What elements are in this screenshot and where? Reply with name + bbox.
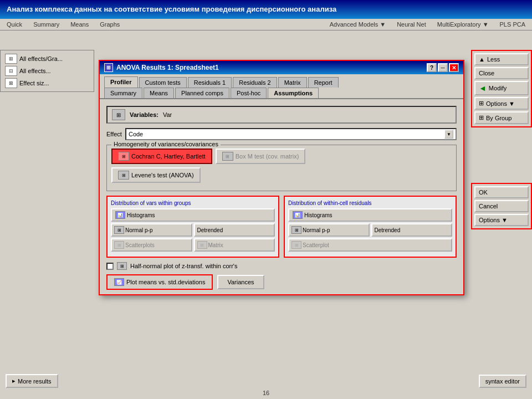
help-button[interactable]: ? xyxy=(427,63,437,72)
modify-button[interactable]: ◄ Modify xyxy=(474,81,529,95)
plot-means-button[interactable]: 📈 Plot means vs. std.deviations xyxy=(106,274,213,290)
menu-graphs[interactable]: Graphs xyxy=(95,20,124,29)
left-label-3: Effect siz... xyxy=(19,80,49,86)
tab2-means[interactable]: Means xyxy=(144,88,174,98)
ok-button-2[interactable]: OK xyxy=(474,186,529,198)
variables-label: Variables: xyxy=(130,111,158,118)
cochran-label: Cochran C, Hartley, Bartlett xyxy=(131,153,206,160)
advanced-models-menu[interactable]: Advanced Models ▼ xyxy=(325,20,390,29)
dialog-title-left: ⊞ ANOVA Results 1: Spreadsheet1 xyxy=(104,63,219,72)
titlebar-buttons: ? ─ ✕ xyxy=(427,63,459,72)
scatterplots-button[interactable]: ⊞ Scatterplots xyxy=(111,238,192,252)
detrended-right-label: Detrended xyxy=(375,227,401,233)
variances-button[interactable]: Variances xyxy=(217,275,264,289)
hist-left-icon: 📊 xyxy=(115,211,125,219)
tab-profiler[interactable]: Profiler xyxy=(104,76,138,88)
tab-report-label: Report xyxy=(314,79,332,86)
neural-net-menu[interactable]: Neural Net xyxy=(392,20,431,29)
less-label: Less xyxy=(487,56,500,63)
cochran-button[interactable]: ⊞ Cochran C, Hartley, Bartlett xyxy=(111,149,212,164)
tab-residuals-1-label: Residuals 1 xyxy=(194,79,226,86)
multi-exploratory-menu[interactable]: MultiExploratory ▼ xyxy=(433,20,493,29)
options-button-2[interactable]: Options ▼ xyxy=(474,214,529,226)
tab-report[interactable]: Report xyxy=(308,77,339,88)
menu-means[interactable]: Means xyxy=(66,20,93,29)
left-icon-2: ⊟ xyxy=(5,66,17,76)
normal-pp-right-button[interactable]: ⊞ Normal p-p xyxy=(288,223,370,237)
scatterplots-label: Scatterplots xyxy=(125,242,155,248)
detrended-left-label: Detrended xyxy=(197,227,223,233)
more-results-button[interactable]: ▸ More results xyxy=(6,374,58,388)
scatterplot-right-button[interactable]: ⊞ Scatterplot xyxy=(288,238,452,252)
by-group-button[interactable]: ⊞ By Group xyxy=(474,111,529,124)
menu-summary[interactable]: Summary xyxy=(29,20,64,29)
dialog-content: ⊞ Variables: Var Effect Code ▼ Homogenei… xyxy=(100,101,463,294)
normal-pp-right-label: Normal p-p xyxy=(303,227,330,233)
tab-custom-tests[interactable]: Custom tests xyxy=(139,77,187,88)
left-icon-1: ⊞ xyxy=(5,54,17,64)
syntax-editor-button[interactable]: syntax editor xyxy=(479,375,526,388)
page-number: 16 xyxy=(263,390,269,396)
minimize-button[interactable]: ─ xyxy=(438,63,448,72)
detrended-left-button[interactable]: Detrended xyxy=(194,223,275,237)
half-normal-row: ⊞ Half-normal plot of z-transf. within c… xyxy=(106,262,457,270)
cancel-button-2[interactable]: Cancel xyxy=(474,200,529,212)
normal-pp-left-button[interactable]: ⊞ Normal p-p xyxy=(111,223,192,237)
dropdown-arrow-icon[interactable]: ▼ xyxy=(444,130,453,139)
boxm-button[interactable]: ⊞ Box M test (cov. matrix) xyxy=(216,149,306,164)
levene-button[interactable]: ⊞ Levene's test (ANOVA) xyxy=(111,167,201,183)
left-item-3[interactable]: ⊠ Effect siz... xyxy=(3,77,91,89)
close-button[interactable]: Close xyxy=(474,67,529,79)
effect-dropdown-value: Code xyxy=(129,131,143,137)
tabs-row-2: Summary Means Planned comps Post-hoc Ass… xyxy=(100,88,463,99)
tab-matrix[interactable]: Matrix xyxy=(278,77,307,88)
left-item-1[interactable]: ⊞ All effects/Gra... xyxy=(3,53,91,65)
tab-residuals-1[interactable]: Residuals 1 xyxy=(188,77,232,88)
hist-right-button[interactable]: 📊 Histograms xyxy=(288,208,452,222)
detrended-right-button[interactable]: Detrended xyxy=(371,223,453,237)
hist-left-button[interactable]: 📊 Histograms xyxy=(111,208,275,222)
tab-residuals-2-label: Residuals 2 xyxy=(239,79,270,86)
hist-right-icon: 📊 xyxy=(293,211,303,219)
options-icon: ⊞ xyxy=(479,100,484,107)
tab2-summary[interactable]: Summary xyxy=(104,88,142,98)
options-label-2: Options ▼ xyxy=(479,217,508,223)
half-normal-checkbox[interactable] xyxy=(106,263,114,270)
scatterplot-right-row: ⊞ Scatterplot xyxy=(288,238,452,252)
tab2-post-hoc[interactable]: Post-hoc xyxy=(231,88,267,98)
tab2-planned-comps-label: Planned comps xyxy=(181,90,223,96)
tabs-row-1: Profiler Custom tests Residuals 1 Residu… xyxy=(100,74,463,88)
dialog-app-icon: ⊞ xyxy=(104,63,113,72)
tab2-planned-comps[interactable]: Planned comps xyxy=(175,88,229,98)
less-button[interactable]: ▲ Less xyxy=(474,53,529,65)
left-item-2[interactable]: ⊟ All effects... xyxy=(3,65,91,77)
tab-residuals-2[interactable]: Residuals 2 xyxy=(233,77,277,88)
tab2-means-label: Means xyxy=(150,90,168,96)
normal-detrended-right-row: ⊞ Normal p-p Detrended xyxy=(288,223,452,237)
plot-means-label: Plot means vs. std.deviations xyxy=(126,279,205,285)
close-dialog-button[interactable]: ✕ xyxy=(449,63,459,72)
tab2-post-hoc-label: Post-hoc xyxy=(237,90,260,96)
effect-row: Effect Code ▼ xyxy=(106,128,457,140)
homogeneity-groupbox: Homogeneity of variances/covariances ⊞ C… xyxy=(106,145,457,191)
syntax-editor-label: syntax editor xyxy=(485,378,520,385)
tab2-assumptions[interactable]: Assumptions xyxy=(268,88,319,98)
left-label-2: All effects... xyxy=(19,68,51,74)
dialog-title-text: ANOVA Results 1: Spreadsheet1 xyxy=(116,64,219,71)
effect-dropdown[interactable]: Code ▼ xyxy=(125,128,457,140)
more-results-icon: ▸ xyxy=(12,377,16,385)
app-title-text: Анализ комплекса данных на соответствие … xyxy=(7,5,336,13)
matrix-label: Matrix xyxy=(208,242,223,248)
matrix-icon: ⊞ xyxy=(197,241,207,249)
effect-label: Effect xyxy=(106,131,122,137)
boxm-label: Box M test (cov. matrix) xyxy=(236,153,299,160)
left-icon-3: ⊠ xyxy=(5,78,17,88)
pls-pca-menu[interactable]: PLS PCA xyxy=(495,20,530,29)
tab-profiler-label: Profiler xyxy=(110,79,132,85)
by-group-label: By Group xyxy=(486,115,511,121)
normal-pp-right-icon: ⊞ xyxy=(291,226,301,234)
menu-quick[interactable]: Quick xyxy=(2,20,27,29)
matrix-button[interactable]: ⊞ Matrix xyxy=(194,238,275,252)
options-button[interactable]: ⊞ Options ▼ xyxy=(474,97,529,110)
scatterplot-right-icon: ⊞ xyxy=(291,241,301,249)
